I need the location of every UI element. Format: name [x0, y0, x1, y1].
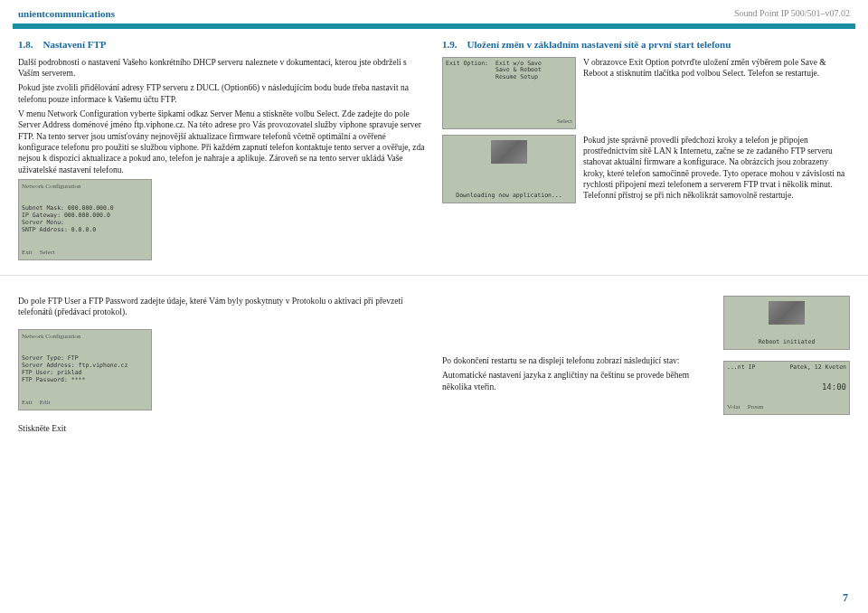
lcd-line: FTP Password: ****	[22, 377, 148, 384]
lcd-softkey: Volat	[727, 403, 741, 411]
page-header: unientcommunications Sound Point IP 500/…	[0, 0, 868, 24]
lcd-softkey: Edit	[40, 399, 51, 407]
paragraph: Pokud jste zvolili přidělování adresy FT…	[18, 82, 426, 105]
divider-bar	[13, 24, 855, 29]
section-number: 1.9.	[442, 39, 458, 50]
lcd-body: Server Type: FTP Server Address: ftp.vip…	[22, 355, 148, 383]
section-number: 1.8.	[18, 39, 33, 50]
lcd-screenshot-network-config: Network Configuration Subnet Mask: 000.0…	[18, 179, 152, 260]
paragraph: V menu Network Configuration vyberte šip…	[18, 108, 426, 175]
left-column: 1.8. Nastavení FTP Další podrobnosti o n…	[18, 38, 426, 266]
bottom-right-column: Reboot initiated ...nt IP Patek, 12 Kvet…	[442, 296, 850, 438]
bottom-section: Do pole FTP User a FTP Password zadejte …	[0, 275, 868, 438]
lcd-time: 14:00	[727, 382, 846, 392]
paragraph: Další podrobnosti o nastavení Vašeho kon…	[18, 57, 426, 80]
section-title: Uložení změn v základním nastavení sítě …	[467, 39, 731, 50]
lcd-line: Downloading new application...	[446, 193, 572, 200]
section-title: Nastavení FTP	[43, 39, 107, 50]
lcd-line: Exit Option:	[446, 61, 488, 81]
lcd-softkey: Select	[40, 249, 55, 257]
lcd-line: Reboot initiated	[727, 339, 846, 346]
page-number: 7	[843, 591, 848, 606]
lcd-screenshot-ftp-credentials: Network Configuration Server Type: FTP S…	[18, 329, 152, 410]
lcd-line: SNTP Address: 0.0.0.0	[22, 227, 148, 234]
right-column: 1.9. Uložení změn v základním nastavení …	[442, 38, 850, 266]
lcd-logo-icon	[491, 140, 527, 164]
main-content: 1.8. Nastavení FTP Další podrobnosti o n…	[0, 38, 868, 266]
logo: unientcommunications	[18, 7, 115, 20]
lcd-line: ...nt IP	[727, 364, 755, 372]
logo-light: communications	[45, 8, 115, 19]
lcd-softkey: Select	[557, 118, 572, 126]
lcd-line: Patek, 12 Kveten	[789, 364, 846, 372]
section-heading-1-9: 1.9. Uložení změn v základním nastavení …	[442, 38, 850, 51]
doc-header-title: Sound Point IP 500/501–v07.02	[734, 7, 850, 20]
lcd-title: Network Configuration	[22, 183, 148, 191]
lcd-line: Resume Setup	[495, 74, 542, 81]
lcd-body: Exit Option: Exit w/o Save Save & Reboot…	[446, 61, 572, 81]
lcd-body: Subnet Mask: 000.000.000.0 IP Gateway: 0…	[22, 205, 148, 233]
lcd-screenshot-home: ...nt IP Patek, 12 Kveten 14:00 Volat Pr…	[723, 361, 850, 415]
lcd-screenshot-exit-option: Exit Option: Exit w/o Save Save & Reboot…	[442, 57, 576, 129]
lcd-title: Network Configuration	[22, 333, 148, 341]
lcd-softkey: Exit	[22, 249, 33, 257]
lcd-softkey: Exit	[22, 399, 33, 407]
lcd-logo-icon	[769, 301, 805, 325]
paragraph: Do pole FTP User a FTP Password zadejte …	[18, 296, 426, 318]
lcd-softkey: Presm	[748, 403, 764, 411]
bottom-left-column: Do pole FTP User a FTP Password zadejte …	[18, 296, 426, 438]
paragraph: Stiskněte Exit	[18, 423, 426, 434]
lcd-screenshot-reboot: Reboot initiated	[723, 296, 850, 350]
logo-bold: unient	[18, 8, 45, 19]
lcd-screenshot-downloading: Downloading new application...	[442, 135, 576, 203]
section-heading-1-8: 1.8. Nastavení FTP	[18, 38, 426, 51]
